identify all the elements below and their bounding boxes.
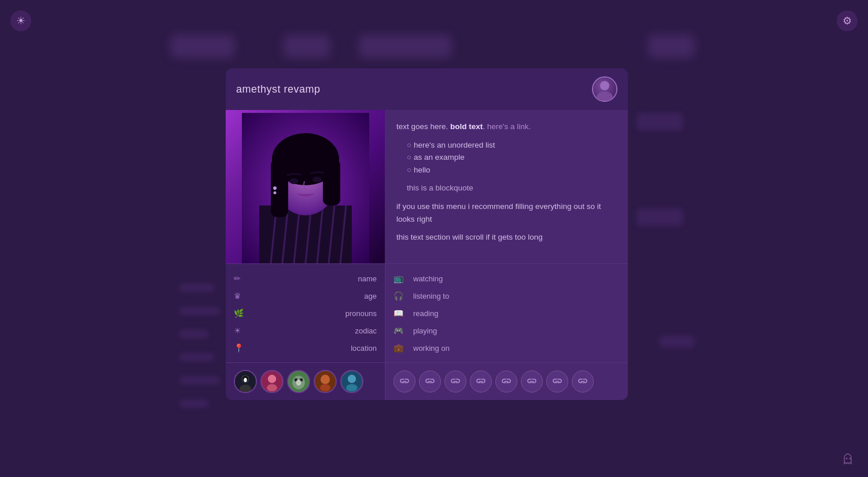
friend-avatar-image-3 [288,371,309,392]
list-item: as an example [407,151,616,164]
listening-label: listening to [413,292,449,300]
svg-point-0 [600,81,609,90]
bio-intro: text goes here. bold text. here's a link… [396,120,616,133]
headphones-icon: 🎧 [393,291,407,300]
avatar-image [593,78,616,101]
pencil-icon: ✏ [234,274,247,283]
link-button-1[interactable] [393,370,415,392]
svg-point-17 [289,178,299,184]
crown-icon: ♛ [234,291,247,300]
svg-point-27 [268,375,276,383]
bio-list: here's an unordered list as an example h… [407,139,616,177]
list-item: here's an unordered list [407,139,616,152]
link-button-5[interactable] [495,370,517,392]
location-label: location [351,344,377,353]
photo-panel [226,110,385,263]
friend-avatar-image-2 [262,371,282,392]
link-button-7[interactable] [546,370,568,392]
bio-scroll-note: this text section will scroll if it gets… [396,231,616,244]
info-location: 📍 location [226,339,385,357]
zodiac-icon: ☀ [234,326,247,335]
age-label: age [364,292,377,300]
tv-icon: 📺 [393,274,407,283]
info-pronouns: 🌿 pronouns [226,304,385,322]
zodiac-label: zodiac [355,326,377,335]
friend-avatar-2[interactable] [260,370,284,393]
svg-point-28 [267,384,277,392]
svg-point-35 [321,375,330,384]
info-row: ✏ name ♛ age 🌿 pronouns ☀ zodiac 📍 locat… [226,263,628,362]
bio-link[interactable]: here's a link. [487,122,531,131]
svg-point-20 [273,192,276,195]
link-button-6[interactable] [521,370,543,392]
svg-point-25 [244,378,247,382]
settings-icon[interactable]: ⚙ [837,10,858,31]
avatar[interactable] [592,76,617,102]
activity-working: 💼 working on [385,339,628,357]
pronouns-label: pronouns [345,309,377,318]
svg-point-18 [312,177,322,182]
profile-title: amethyst revamp [236,83,321,96]
sun-icon[interactable]: ☀ [10,10,31,31]
friends-panel [226,362,385,400]
leaf-icon: 🌿 [234,309,247,318]
friend-avatar-4[interactable] [314,370,337,393]
link-button-3[interactable] [444,370,466,392]
list-item: hello [407,164,616,177]
svg-point-1 [597,91,613,101]
bio-text-panel[interactable]: text goes here. bold text. here's a link… [385,110,628,263]
book-icon: 📖 [393,309,407,318]
svg-point-40 [846,458,848,460]
activity-listening: 🎧 listening to [385,287,628,304]
friend-avatar-3[interactable] [287,370,310,393]
svg-point-36 [320,384,330,392]
friends-row [226,362,628,400]
activity-playing: 🎮 playing [385,322,628,339]
svg-point-41 [849,458,851,460]
card-header: amethyst revamp [226,68,628,110]
svg-rect-16 [323,159,340,206]
links-panel [385,362,628,400]
info-name: ✏ name [226,270,385,287]
link-button-4[interactable] [470,370,492,392]
profile-card: amethyst revamp [226,68,628,400]
activity-reading: 📖 reading [385,304,628,322]
friend-avatar-image-5 [341,371,362,392]
blockquote: this is a blockquote [407,182,616,195]
info-age: ♛ age [226,287,385,304]
info-left-panel: ✏ name ♛ age 🌿 pronouns ☀ zodiac 📍 locat… [226,263,385,362]
briefcase-icon: 💼 [393,343,407,353]
ghost-icon[interactable] [839,450,858,469]
link-button-2[interactable] [419,370,441,392]
playing-label: playing [413,326,437,335]
bio-tip: if you use this menu i recommend filling… [396,200,616,225]
svg-point-33 [296,379,301,386]
reading-label: reading [413,309,438,318]
friend-avatar-image-1 [235,371,256,392]
pin-icon: 📍 [234,343,247,353]
friend-avatar-5[interactable] [340,370,363,393]
card-body: text goes here. bold text. here's a link… [226,110,628,263]
svg-point-23 [240,384,251,392]
profile-photo [226,110,385,263]
friend-avatar-image-4 [315,371,336,392]
friend-avatar-1[interactable] [234,370,257,393]
gamepad-icon: 🎮 [393,326,407,335]
activity-watching: 📺 watching [385,270,628,287]
svg-point-38 [348,375,356,383]
info-right-panel: 📺 watching 🎧 listening to 📖 reading 🎮 pl… [385,263,628,362]
link-button-8[interactable] [572,370,594,392]
svg-point-19 [273,186,277,190]
name-label: name [358,274,377,283]
svg-point-39 [346,384,358,392]
watching-label: watching [413,274,443,283]
info-zodiac: ☀ zodiac [226,322,385,339]
working-label: working on [413,344,450,353]
